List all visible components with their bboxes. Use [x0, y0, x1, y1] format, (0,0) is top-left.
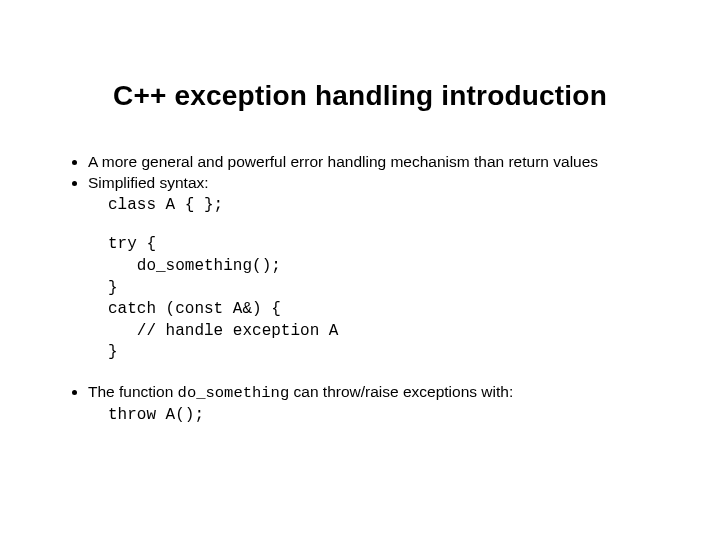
bullet-text: Simplified syntax: [88, 174, 209, 191]
slide-title: C++ exception handling introduction [60, 80, 660, 112]
bullet-text-pre: The function [88, 383, 178, 400]
inline-code: do_something [178, 384, 290, 402]
slide: C++ exception handling introduction A mo… [0, 0, 720, 540]
code-class-decl: class A { }; [108, 195, 660, 217]
bullet-item: A more general and powerful error handli… [88, 152, 660, 171]
bullet-item: Simplified syntax: class A { }; try { do… [88, 173, 660, 364]
code-try-catch: try { do_something(); } catch (const A&)… [108, 234, 660, 364]
bullet-text: A more general and powerful error handli… [88, 153, 598, 170]
bullet-list: A more general and powerful error handli… [60, 152, 660, 427]
code-throw: throw A(); [108, 405, 660, 427]
bullet-item: The function do_something can throw/rais… [88, 382, 660, 427]
bullet-text-post: can throw/raise exceptions with: [289, 383, 513, 400]
